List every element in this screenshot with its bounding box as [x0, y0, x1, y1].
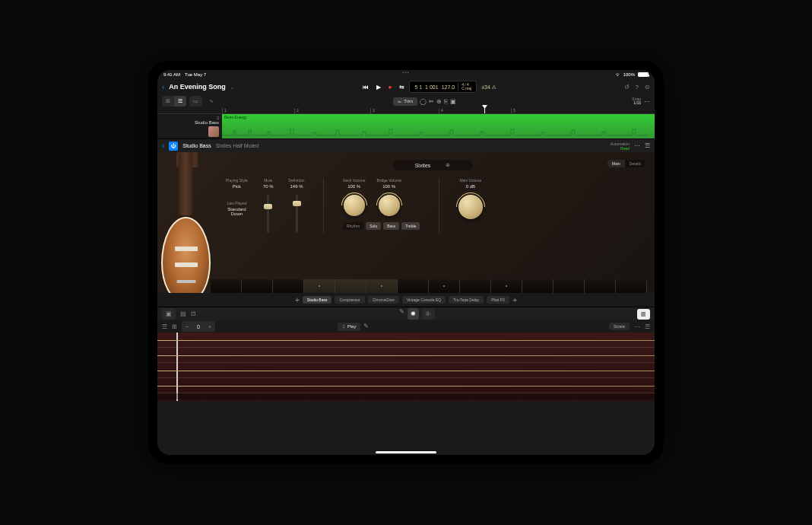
list-icon[interactable]: ☰	[162, 323, 167, 330]
grid-icon[interactable]: ⊞	[172, 323, 177, 330]
transpose-stepper: − 0 +	[182, 321, 215, 332]
timeline-ruler[interactable]: 1 2 3 4 5	[157, 108, 655, 114]
mute-slider[interactable]	[267, 195, 269, 233]
project-title[interactable]: An Evening Song	[169, 83, 226, 91]
plugin-slot[interactable]: Compressor	[335, 296, 364, 304]
inst-menu-button[interactable]: ☰	[645, 142, 650, 149]
mixer-button[interactable]: ⊪	[422, 308, 435, 320]
automation-mode[interactable]: Read	[620, 146, 630, 151]
ruler-tick: 5	[511, 108, 515, 113]
bass-guitar-image	[157, 152, 211, 293]
title-bar: ‹ An Evening Song ⌄ ⏮ ▶ ● ⇆ 5 1 1 001 12…	[157, 79, 655, 94]
track-row[interactable]: 2 Studio Bass Retro Energy	[157, 114, 655, 138]
ruler-tick: 1	[222, 108, 227, 113]
join-tool[interactable]: ⊕	[436, 98, 442, 105]
inspector-button[interactable]: ⊡	[191, 310, 196, 317]
automation-curve-button[interactable]: ∿	[205, 96, 217, 107]
fretboard-editor[interactable]: · · · · · · · ·	[157, 332, 655, 401]
main-volume-knob[interactable]	[458, 195, 483, 219]
editor-ruler[interactable]: · · · · · · · ·	[157, 393, 655, 399]
details-view-button[interactable]: Details	[625, 160, 645, 167]
step-plus[interactable]: +	[205, 322, 214, 331]
title-dropdown-icon[interactable]: ⌄	[230, 84, 234, 90]
track-header[interactable]: 2 Studio Bass	[157, 114, 222, 138]
history-button[interactable]: ↺	[624, 84, 630, 91]
multitask-dots[interactable]: •••	[402, 70, 409, 75]
copy-tool[interactable]: ⎘	[444, 98, 448, 105]
cycle-button[interactable]: ⇆	[399, 84, 404, 91]
library-button[interactable]: ▤	[180, 310, 186, 317]
instrument-header: ‹ ⏻ Studio Bass Sixties Half Muted Autom…	[157, 138, 655, 152]
play-mode-button[interactable]: ☟ Play	[338, 323, 361, 331]
screen: ••• 9:41 AM Tue May 7 ᯤ 100% ‹ An Evenin…	[157, 70, 655, 455]
editor-toolbar: ▣ ▤ ⊡ ✎ ✺ ⊪ ▥	[157, 307, 655, 320]
ed-more-button[interactable]: ⋯	[634, 323, 640, 330]
snap-setting[interactable]: Snap 1/16	[632, 97, 641, 105]
midi-region[interactable]: Retro Energy	[222, 114, 655, 138]
tone-bass[interactable]: Bass	[383, 222, 399, 230]
string-a[interactable]	[157, 363, 655, 378]
plugin-slot[interactable]: Tru-Tape Delay	[449, 296, 484, 304]
plugin-strip: + Studio Bass Compressor ChromaGlow Vint…	[157, 293, 655, 307]
record-button[interactable]: ●	[389, 84, 392, 91]
string-d[interactable]	[157, 348, 655, 363]
ed-menu-button[interactable]: ☰	[645, 323, 650, 330]
pointer-icon: ☟	[342, 324, 345, 329]
more-button[interactable]: ⋯	[644, 98, 650, 105]
preset-selector[interactable]: Sixties ⊗	[392, 160, 474, 170]
tone-treble[interactable]: Treble	[401, 222, 420, 230]
plugin-slot[interactable]: Vintage Console EQ	[402, 296, 446, 304]
grid-view-button[interactable]: ⊞	[162, 96, 174, 107]
list-view-button[interactable]: ☰	[174, 96, 186, 107]
add-plugin-right[interactable]: +	[512, 296, 517, 304]
main-view-button[interactable]: Main	[607, 160, 625, 167]
back-button[interactable]: ‹	[162, 83, 164, 91]
plugin-slot[interactable]: Studio Bass	[303, 296, 332, 304]
brush-tool[interactable]: ✺	[408, 308, 419, 320]
plugin-slot[interactable]: ChromaGlow	[368, 296, 399, 304]
keyboard-button[interactable]: ▥	[637, 309, 650, 320]
settings-button[interactable]: ⊖	[645, 84, 650, 91]
tone-solo[interactable]: Solo	[366, 222, 381, 230]
power-button[interactable]: ⏻	[169, 142, 178, 151]
definition-slider[interactable]	[296, 195, 298, 233]
loop-tool[interactable]: ◯	[420, 98, 427, 105]
inst-more-button[interactable]: ⋯	[634, 142, 640, 149]
ruler-tick: 2	[294, 108, 299, 113]
camera-button[interactable]: ▣	[162, 308, 176, 320]
playing-style-value[interactable]: Pick	[233, 184, 241, 189]
view-toggle: Main Details	[607, 160, 645, 167]
lcd-key: C maj	[462, 87, 471, 91]
paste-tool[interactable]: ▣	[450, 98, 456, 105]
home-indicator[interactable]	[376, 451, 436, 453]
string-g[interactable]	[157, 332, 655, 348]
split-tool[interactable]: ✂	[429, 98, 434, 105]
neck-volume-knob[interactable]	[344, 195, 365, 216]
string-e[interactable]	[157, 378, 655, 393]
plugin-slot[interactable]: Phat FX	[487, 296, 509, 304]
inst-back-button[interactable]: ‹	[162, 142, 164, 150]
play-button[interactable]: ▶	[376, 84, 381, 91]
playhead[interactable]	[484, 108, 485, 113]
wifi-icon: ᯤ	[616, 72, 620, 77]
view-mode-button[interactable]: ▭	[189, 96, 202, 107]
scale-button[interactable]: Scale	[609, 323, 630, 330]
tone-rhythm[interactable]: Rhythm	[343, 222, 363, 230]
transport-controls: ⏮ ▶ ● ⇆	[363, 84, 405, 91]
scissors-icon: ✂	[398, 99, 401, 104]
editor-toolbar-2: ☰ ⊞ − 0 + ☟ Play ✎ Scale ⋯ ☰	[157, 320, 655, 332]
help-button[interactable]: ?	[636, 84, 639, 91]
edit-mode-button[interactable]: ✎	[363, 323, 369, 331]
fretboard-preview[interactable]	[211, 279, 647, 293]
bridge-volume-knob[interactable]	[379, 195, 400, 216]
preset-close-icon[interactable]: ⊗	[446, 162, 450, 168]
lcd-beats: 1 001	[425, 84, 439, 90]
step-minus[interactable]: −	[182, 322, 192, 331]
track-instrument-icon	[208, 126, 219, 137]
trim-tool[interactable]: ✂ Trim	[393, 97, 417, 106]
rewind-button[interactable]: ⏮	[363, 84, 369, 91]
tuner-display[interactable]: ±34 ◬	[481, 84, 496, 90]
lcd-display[interactable]: 5 1 1 001 127.0 4 / 4 C maj	[409, 81, 477, 93]
add-plugin-left[interactable]: +	[295, 296, 300, 304]
pencil-tool[interactable]: ✎	[399, 308, 404, 320]
